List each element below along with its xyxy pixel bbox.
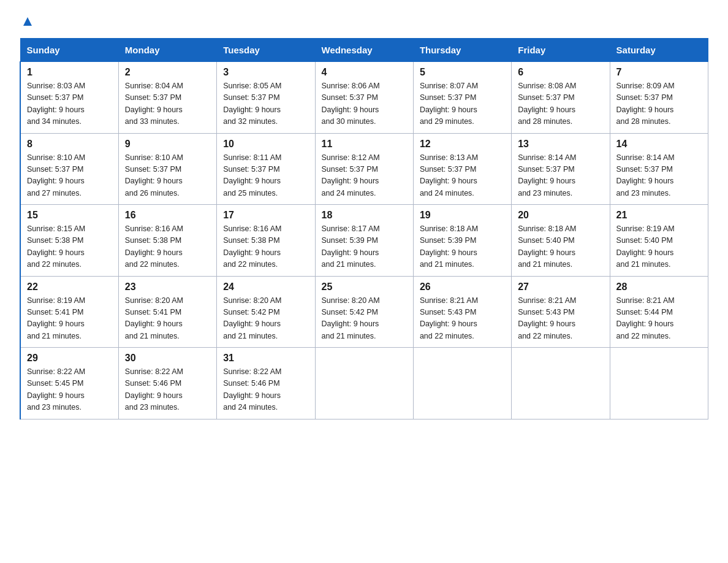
day-info: Sunrise: 8:13 AM Sunset: 5:37 PM Dayligh… bbox=[420, 152, 505, 200]
calendar-cell: 11 Sunrise: 8:12 AM Sunset: 5:37 PM Dayl… bbox=[315, 133, 413, 205]
calendar-cell: 15 Sunrise: 8:15 AM Sunset: 5:38 PM Dayl… bbox=[20, 205, 118, 277]
calendar-cell: 19 Sunrise: 8:18 AM Sunset: 5:39 PM Dayl… bbox=[413, 205, 511, 277]
day-number: 13 bbox=[518, 139, 603, 150]
calendar-week-row: 15 Sunrise: 8:15 AM Sunset: 5:38 PM Dayl… bbox=[20, 205, 708, 277]
calendar-cell: 31 Sunrise: 8:22 AM Sunset: 5:46 PM Dayl… bbox=[217, 348, 315, 419]
calendar-cell: 7 Sunrise: 8:09 AM Sunset: 5:37 PM Dayli… bbox=[610, 62, 708, 134]
day-info: Sunrise: 8:14 AM Sunset: 5:37 PM Dayligh… bbox=[616, 152, 702, 200]
calendar-cell: 21 Sunrise: 8:19 AM Sunset: 5:40 PM Dayl… bbox=[610, 205, 708, 277]
day-number: 22 bbox=[27, 282, 112, 293]
day-info: Sunrise: 8:10 AM Sunset: 5:37 PM Dayligh… bbox=[27, 152, 112, 200]
day-number: 28 bbox=[616, 282, 702, 293]
calendar-cell: 8 Sunrise: 8:10 AM Sunset: 5:37 PM Dayli… bbox=[20, 133, 118, 205]
calendar-week-row: 29 Sunrise: 8:22 AM Sunset: 5:45 PM Dayl… bbox=[20, 348, 708, 419]
calendar-cell: 22 Sunrise: 8:19 AM Sunset: 5:41 PM Dayl… bbox=[20, 276, 118, 348]
day-info: Sunrise: 8:20 AM Sunset: 5:42 PM Dayligh… bbox=[223, 295, 308, 343]
weekday-header-saturday: Saturday bbox=[610, 39, 708, 62]
calendar-cell: 4 Sunrise: 8:06 AM Sunset: 5:37 PM Dayli… bbox=[315, 62, 413, 134]
calendar-cell: 29 Sunrise: 8:22 AM Sunset: 5:45 PM Dayl… bbox=[20, 348, 118, 419]
day-info: Sunrise: 8:19 AM Sunset: 5:40 PM Dayligh… bbox=[616, 223, 702, 271]
calendar-cell: 5 Sunrise: 8:07 AM Sunset: 5:37 PM Dayli… bbox=[413, 62, 511, 134]
calendar-cell: 6 Sunrise: 8:08 AM Sunset: 5:37 PM Dayli… bbox=[512, 62, 610, 134]
day-info: Sunrise: 8:15 AM Sunset: 5:38 PM Dayligh… bbox=[27, 223, 112, 271]
calendar-cell: 23 Sunrise: 8:20 AM Sunset: 5:41 PM Dayl… bbox=[118, 276, 216, 348]
day-number: 6 bbox=[518, 67, 603, 78]
day-number: 5 bbox=[420, 67, 505, 78]
calendar-cell bbox=[512, 348, 610, 419]
day-info: Sunrise: 8:04 AM Sunset: 5:37 PM Dayligh… bbox=[125, 80, 210, 128]
calendar-cell bbox=[610, 348, 708, 419]
day-info: Sunrise: 8:09 AM Sunset: 5:37 PM Dayligh… bbox=[616, 80, 702, 128]
day-number: 21 bbox=[616, 210, 702, 221]
weekday-header-tuesday: Tuesday bbox=[217, 39, 315, 62]
day-number: 3 bbox=[223, 67, 308, 78]
day-number: 24 bbox=[223, 282, 308, 293]
calendar-cell: 12 Sunrise: 8:13 AM Sunset: 5:37 PM Dayl… bbox=[413, 133, 511, 205]
calendar-week-row: 8 Sunrise: 8:10 AM Sunset: 5:37 PM Dayli… bbox=[20, 133, 708, 205]
day-number: 4 bbox=[322, 67, 407, 78]
calendar-cell: 1 Sunrise: 8:03 AM Sunset: 5:37 PM Dayli… bbox=[20, 62, 118, 134]
logo bbox=[20, 15, 34, 28]
day-info: Sunrise: 8:16 AM Sunset: 5:38 PM Dayligh… bbox=[223, 223, 308, 271]
calendar-cell: 26 Sunrise: 8:21 AM Sunset: 5:43 PM Dayl… bbox=[413, 276, 511, 348]
day-info: Sunrise: 8:22 AM Sunset: 5:46 PM Dayligh… bbox=[223, 366, 308, 414]
day-number: 12 bbox=[420, 139, 505, 150]
day-info: Sunrise: 8:20 AM Sunset: 5:41 PM Dayligh… bbox=[125, 295, 210, 343]
day-number: 31 bbox=[223, 353, 308, 364]
day-info: Sunrise: 8:03 AM Sunset: 5:37 PM Dayligh… bbox=[27, 80, 112, 128]
day-info: Sunrise: 8:19 AM Sunset: 5:41 PM Dayligh… bbox=[27, 295, 112, 343]
calendar-cell: 28 Sunrise: 8:21 AM Sunset: 5:44 PM Dayl… bbox=[610, 276, 708, 348]
day-info: Sunrise: 8:18 AM Sunset: 5:40 PM Dayligh… bbox=[518, 223, 603, 271]
day-info: Sunrise: 8:05 AM Sunset: 5:37 PM Dayligh… bbox=[223, 80, 308, 128]
calendar-cell: 16 Sunrise: 8:16 AM Sunset: 5:38 PM Dayl… bbox=[118, 205, 216, 277]
calendar-cell: 18 Sunrise: 8:17 AM Sunset: 5:39 PM Dayl… bbox=[315, 205, 413, 277]
calendar-table: SundayMondayTuesdayWednesdayThursdayFrid… bbox=[20, 38, 708, 419]
page-header bbox=[20, 15, 708, 28]
day-number: 27 bbox=[518, 282, 603, 293]
day-info: Sunrise: 8:22 AM Sunset: 5:46 PM Dayligh… bbox=[125, 366, 210, 414]
weekday-header-friday: Friday bbox=[512, 39, 610, 62]
day-info: Sunrise: 8:16 AM Sunset: 5:38 PM Dayligh… bbox=[125, 223, 210, 271]
day-number: 7 bbox=[616, 67, 702, 78]
day-info: Sunrise: 8:12 AM Sunset: 5:37 PM Dayligh… bbox=[322, 152, 407, 200]
calendar-cell: 10 Sunrise: 8:11 AM Sunset: 5:37 PM Dayl… bbox=[217, 133, 315, 205]
calendar-cell: 27 Sunrise: 8:21 AM Sunset: 5:43 PM Dayl… bbox=[512, 276, 610, 348]
day-info: Sunrise: 8:14 AM Sunset: 5:37 PM Dayligh… bbox=[518, 152, 603, 200]
calendar-cell: 2 Sunrise: 8:04 AM Sunset: 5:37 PM Dayli… bbox=[118, 62, 216, 134]
day-number: 8 bbox=[27, 139, 112, 150]
calendar-cell: 3 Sunrise: 8:05 AM Sunset: 5:37 PM Dayli… bbox=[217, 62, 315, 134]
calendar-cell: 9 Sunrise: 8:10 AM Sunset: 5:37 PM Dayli… bbox=[118, 133, 216, 205]
day-number: 10 bbox=[223, 139, 308, 150]
day-number: 19 bbox=[420, 210, 505, 221]
day-number: 2 bbox=[125, 67, 210, 78]
calendar-cell: 24 Sunrise: 8:20 AM Sunset: 5:42 PM Dayl… bbox=[217, 276, 315, 348]
day-number: 16 bbox=[125, 210, 210, 221]
day-info: Sunrise: 8:21 AM Sunset: 5:44 PM Dayligh… bbox=[616, 295, 702, 343]
weekday-header-monday: Monday bbox=[118, 39, 216, 62]
day-info: Sunrise: 8:22 AM Sunset: 5:45 PM Dayligh… bbox=[27, 366, 112, 414]
day-number: 25 bbox=[322, 282, 407, 293]
day-info: Sunrise: 8:08 AM Sunset: 5:37 PM Dayligh… bbox=[518, 80, 603, 128]
calendar-week-row: 1 Sunrise: 8:03 AM Sunset: 5:37 PM Dayli… bbox=[20, 62, 708, 134]
weekday-header-row: SundayMondayTuesdayWednesdayThursdayFrid… bbox=[20, 39, 708, 62]
day-number: 23 bbox=[125, 282, 210, 293]
day-info: Sunrise: 8:06 AM Sunset: 5:37 PM Dayligh… bbox=[322, 80, 407, 128]
logo-triangle-icon bbox=[21, 15, 34, 31]
weekday-header-wednesday: Wednesday bbox=[315, 39, 413, 62]
day-info: Sunrise: 8:20 AM Sunset: 5:42 PM Dayligh… bbox=[322, 295, 407, 343]
day-number: 1 bbox=[27, 67, 112, 78]
day-number: 26 bbox=[420, 282, 505, 293]
day-info: Sunrise: 8:21 AM Sunset: 5:43 PM Dayligh… bbox=[518, 295, 603, 343]
day-number: 9 bbox=[125, 139, 210, 150]
svg-marker-0 bbox=[23, 17, 32, 26]
calendar-cell: 30 Sunrise: 8:22 AM Sunset: 5:46 PM Dayl… bbox=[118, 348, 216, 419]
day-info: Sunrise: 8:21 AM Sunset: 5:43 PM Dayligh… bbox=[420, 295, 505, 343]
calendar-cell bbox=[413, 348, 511, 419]
calendar-cell: 14 Sunrise: 8:14 AM Sunset: 5:37 PM Dayl… bbox=[610, 133, 708, 205]
day-number: 14 bbox=[616, 139, 702, 150]
day-info: Sunrise: 8:07 AM Sunset: 5:37 PM Dayligh… bbox=[420, 80, 505, 128]
day-number: 17 bbox=[223, 210, 308, 221]
day-info: Sunrise: 8:18 AM Sunset: 5:39 PM Dayligh… bbox=[420, 223, 505, 271]
day-number: 29 bbox=[27, 353, 112, 364]
calendar-week-row: 22 Sunrise: 8:19 AM Sunset: 5:41 PM Dayl… bbox=[20, 276, 708, 348]
